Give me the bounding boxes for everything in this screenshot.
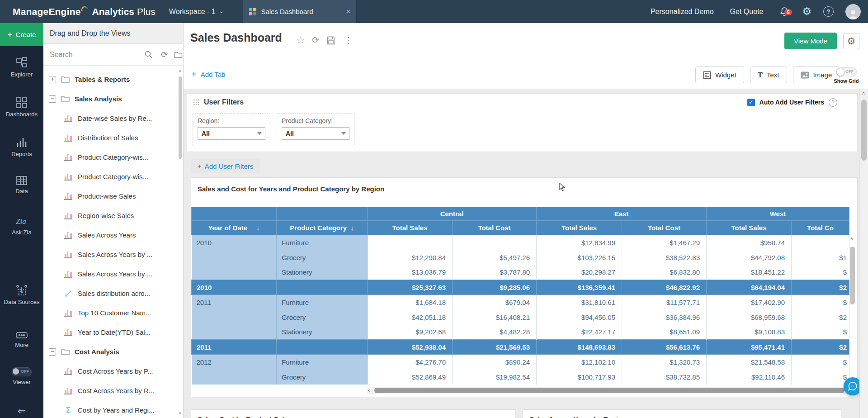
sidebar-item-data-sources[interactable]: Data Sources [0,285,43,305]
viewer-state: OFF [21,369,29,374]
panel-scrollbar-thumb[interactable] [179,76,182,159]
scroll-left-icon[interactable]: ‹ [368,387,370,394]
value-cell: $12,102.10 [537,355,622,370]
column-header: Total Sales [368,221,453,235]
refresh-views-icon[interactable]: ⟳ [161,50,168,60]
bar-chart-icon [64,309,72,317]
tree-report-item[interactable]: Sales Across Years [43,225,178,245]
collapse-sidebar-icon[interactable]: ⇐ [0,405,43,417]
brand-logo[interactable]: ManageEngine Analytics Plus [13,6,156,17]
sidebar-item-reports[interactable]: Reports [0,137,43,157]
user-avatar[interactable] [845,4,861,19]
value-cell: $9,285.06 [453,280,537,295]
chat-support-button[interactable] [844,377,862,395]
show-grid-toggle[interactable]: OFF [836,67,857,76]
text-button[interactable]: T Text [750,66,787,83]
tab-sales-dashboard[interactable]: Sales Dashboard × [243,0,357,23]
tree-report-item[interactable]: Date-wise Sales by Re... [43,109,178,128]
sidebar-item-more[interactable]: More [0,331,43,348]
create-button[interactable]: + Create [0,23,43,46]
add-user-filters-button[interactable]: + Add User Filters [191,159,260,173]
category-cell: Grocery [277,310,368,325]
category-cell [277,340,368,355]
add-tab-button[interactable]: + Add Tab [191,69,225,80]
scroll-down-icon[interactable]: ∨ [179,410,182,415]
sidebar-item-dashboards[interactable]: Dashboards [0,97,43,118]
sidebar-item-data[interactable]: Data [0,176,43,195]
column-label[interactable]: Year of Date [208,224,247,232]
show-grid-label: Show Grid [830,78,863,84]
sidebar-item-label: More [0,342,43,348]
value-cell: $8,651.09 [622,325,707,340]
expand-icon[interactable]: + [49,76,56,83]
scroll-up-icon[interactable]: ∧ [850,236,854,242]
scrollbar-thumb[interactable] [850,247,855,304]
tree-report-item[interactable]: Cost Across Years by R... [43,381,178,400]
tree-report-item[interactable]: Top 10 Customer Nam... [43,303,178,323]
dashboard-tab-icon [249,8,256,15]
auto-add-checkbox[interactable]: ✓ [747,99,755,106]
drag-handle-icon[interactable] [193,100,199,105]
personalized-demo-link[interactable]: Personalized Demo [651,8,714,16]
main-scrollbar[interactable]: ∧ [859,89,868,418]
tree-folder[interactable]: −Cost Analysis [43,342,178,361]
scroll-up-icon[interactable]: ∧ [862,90,865,96]
favorite-star-icon[interactable]: ☆ [296,34,305,46]
refresh-icon[interactable]: ⟳ [312,35,319,45]
tree-report-item[interactable]: Product-wise Sales [43,186,178,206]
sigma-icon: Σ [64,406,72,415]
table-vertical-scrollbar[interactable]: ∧ [848,236,857,385]
viewer-toggle[interactable]: OFF [12,367,32,376]
scrollbar-thumb[interactable] [861,100,867,161]
sidebar-item-viewer[interactable]: OFF Viewer [0,367,43,385]
value-cell: $36,384.96 [622,310,707,325]
view-mode-button[interactable]: View Mode [784,33,837,49]
tree-folder[interactable]: +Tables & Reports [43,70,178,89]
product-category-dropdown[interactable]: All [282,127,349,140]
sidebar-item-explorer[interactable]: Explorer [0,57,43,78]
sidebar-item-ask-zia[interactable]: ZiaAsk Zia [0,216,43,236]
scroll-up-icon[interactable]: ∧ [179,68,182,73]
user-filters-title: User Filters [204,98,244,106]
sort-desc-icon[interactable]: ↓ [350,224,354,232]
workspace-selector[interactable]: Workspace - 1 ⌄ [169,8,224,16]
tree-report-item[interactable]: Region-wise Sales [43,206,178,225]
show-grid-control: OFF Show Grid [830,67,863,84]
tree-report-item[interactable]: Product Category-wis... [43,167,178,186]
tree-report-item[interactable]: Cost Across Years by P... [43,361,178,381]
more-options-icon[interactable]: ⋮ [344,35,353,45]
bar-chart-icon [64,212,72,219]
help-icon[interactable]: ? [823,6,834,17]
scrollbar-thumb[interactable] [374,388,844,393]
tree-report-item[interactable]: Sales Across Years by ... [43,245,178,264]
column-label[interactable]: Product Category [290,224,347,232]
notifications-button[interactable]: 5 [779,6,789,17]
table-horizontal-scrollbar[interactable]: ‹ › [367,387,857,394]
tree-report-item[interactable]: Product Category-wis... [43,147,178,167]
value-cell: $103,226.15 [537,250,622,265]
help-icon[interactable]: ? [829,98,837,107]
tree-report-item[interactable]: ΣCost by Years and Regi... [43,400,178,418]
report-label: Date-wise Sales by Re... [78,114,152,122]
folder-view-icon[interactable] [174,51,183,58]
search-icon[interactable] [144,50,153,59]
dashboard-settings-button[interactable]: ⚙ [843,33,859,49]
save-icon[interactable] [327,36,335,45]
collapse-icon[interactable]: − [49,348,56,356]
tree-report-item[interactable]: Sales Across Years by ... [43,264,178,284]
region-dropdown[interactable]: All [198,127,265,140]
collapse-icon[interactable]: − [49,95,56,103]
category-cell [277,280,368,295]
search-input[interactable] [43,50,144,59]
sort-desc-icon[interactable]: ↓ [256,224,260,232]
dashboard-canvas: User Filters ✓ Auto Add User Filters ? R… [184,89,859,418]
tree-report-item[interactable]: Year to Date(YTD) Sal... [43,323,178,342]
get-quote-link[interactable]: Get Quote [730,8,764,16]
tree-report-item[interactable]: Sales distribution acro... [43,284,178,303]
close-icon[interactable]: × [346,7,350,16]
sidebar-item-label: Dashboards [0,111,43,118]
tree-report-item[interactable]: Distribution of Sales [43,128,178,147]
widget-button[interactable]: Widget [695,66,744,83]
tree-folder[interactable]: −Sales Analysis [43,89,178,109]
settings-gear-icon[interactable]: ⚙ [802,5,811,18]
